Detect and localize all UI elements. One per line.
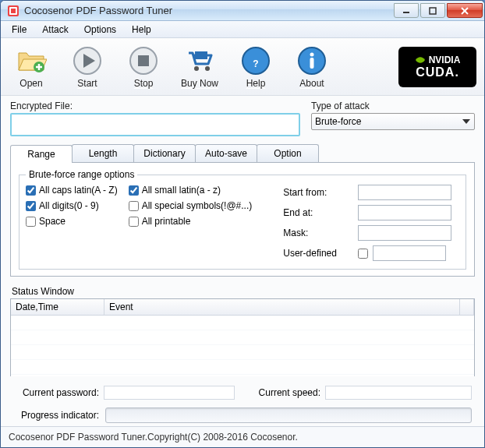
nvidia-text: NVIDIA <box>429 55 461 65</box>
current-password-value <box>104 386 235 400</box>
checkbox-all-special-input[interactable] <box>129 201 139 211</box>
checkbox-all-digits-input[interactable] <box>26 201 36 211</box>
progress-bar <box>105 407 472 423</box>
status-window-label: Status Window <box>10 286 475 297</box>
checkbox-all-small-label: All small latin(a - z) <box>142 185 221 196</box>
checkbox-all-caps[interactable]: All caps latin(A - Z) <box>26 185 118 196</box>
window-title: Cocosenor PDF Password Tuner <box>24 5 394 16</box>
stop-label: Stop <box>134 78 154 89</box>
menu-options[interactable]: Options <box>76 21 124 37</box>
attack-type-label: Type of attack <box>311 101 475 111</box>
help-icon: ? <box>240 45 271 76</box>
start-from-input[interactable] <box>358 185 451 200</box>
buy-now-button[interactable]: Buy Now <box>177 45 222 89</box>
checkbox-all-printable-label: All printable <box>142 216 191 227</box>
current-speed-value <box>325 386 472 400</box>
checkbox-all-special-label: All special symbols(!@#...) <box>142 200 253 211</box>
tab-option[interactable]: Option <box>257 144 319 162</box>
svg-point-15 <box>194 66 199 71</box>
cuda-text: CUDA. <box>416 65 459 79</box>
app-icon <box>7 5 19 17</box>
open-button[interactable]: Open <box>9 45 54 89</box>
bruteforce-fieldset: Brute-force range options All caps latin… <box>19 169 466 270</box>
help-label: Help <box>246 78 266 89</box>
svg-rect-4 <box>430 8 436 14</box>
current-password-label: Current password: <box>13 387 99 398</box>
tab-panel-range: Brute-force range options All caps latin… <box>10 162 475 277</box>
user-defined-checkbox[interactable] <box>358 249 368 259</box>
start-label: Start <box>77 78 97 89</box>
cuda-badge: NVIDIA CUDA. <box>398 47 476 87</box>
user-defined-label: User-defined <box>283 245 353 261</box>
about-label: About <box>299 78 324 89</box>
checkbox-space-label: Space <box>39 216 65 227</box>
svg-point-16 <box>205 66 210 71</box>
folder-open-icon <box>16 45 47 76</box>
close-button[interactable] <box>447 3 483 18</box>
cart-icon <box>184 45 215 76</box>
encrypted-file-input[interactable] <box>10 113 300 136</box>
column-spacer <box>460 299 474 315</box>
tab-dictionary[interactable]: Dictionary <box>133 144 196 162</box>
stop-button[interactable]: Stop <box>121 45 166 89</box>
footer-text: Cocosenor PDF Password Tuner.Copyright(C… <box>1 426 484 447</box>
checkbox-space-input[interactable] <box>26 217 36 227</box>
checkbox-all-special[interactable]: All special symbols(!@#...) <box>129 200 253 211</box>
user-defined-input[interactable] <box>373 245 446 261</box>
tab-length[interactable]: Length <box>72 144 134 162</box>
info-icon <box>296 45 327 76</box>
toolbar: Open Start Stop Buy Now ? Help About NVI… <box>1 38 484 96</box>
svg-rect-21 <box>310 58 314 69</box>
menu-help[interactable]: Help <box>124 21 159 37</box>
window-controls <box>394 3 483 18</box>
encrypted-file-label: Encrypted File: <box>10 101 300 111</box>
about-button[interactable]: About <box>289 45 335 89</box>
tab-autosave[interactable]: Auto-save <box>195 144 257 162</box>
svg-rect-13 <box>138 55 149 66</box>
checkbox-all-digits[interactable]: All digits(0 - 9) <box>26 200 118 211</box>
end-at-label: End at: <box>283 205 353 220</box>
mask-label: Mask: <box>283 225 353 241</box>
checkbox-all-caps-label: All caps latin(A - Z) <box>39 185 118 196</box>
checkbox-space[interactable]: Space <box>26 216 118 227</box>
play-icon <box>72 45 103 76</box>
stop-icon <box>128 45 159 76</box>
svg-line-6 <box>462 8 468 14</box>
status-grid-header: Date,Time Event <box>11 299 474 316</box>
checkbox-all-printable[interactable]: All printable <box>129 216 253 227</box>
start-button[interactable]: Start <box>65 45 110 89</box>
checkbox-all-caps-input[interactable] <box>26 185 36 196</box>
checkbox-all-printable-input[interactable] <box>129 217 139 227</box>
open-label: Open <box>19 78 42 89</box>
svg-marker-22 <box>462 119 470 124</box>
checkbox-all-small-input[interactable] <box>129 185 139 196</box>
menu-file[interactable]: File <box>4 21 34 37</box>
nvidia-eye-icon <box>415 55 426 65</box>
app-window: Cocosenor PDF Password Tuner File Attack… <box>0 0 485 448</box>
column-event[interactable]: Event <box>104 299 460 315</box>
progress-label: Progress indicator: <box>13 410 99 421</box>
end-at-input[interactable] <box>358 205 451 220</box>
tab-range[interactable]: Range <box>10 145 73 163</box>
chevron-down-icon <box>460 115 473 128</box>
buy-now-label: Buy Now <box>181 78 218 89</box>
status-grid-body[interactable] <box>11 316 474 376</box>
minimize-button[interactable] <box>394 3 419 18</box>
checkbox-all-small[interactable]: All small latin(a - z) <box>129 185 253 196</box>
maximize-button[interactable] <box>420 3 445 18</box>
titlebar: Cocosenor PDF Password Tuner <box>1 1 484 21</box>
help-button[interactable]: ? Help <box>233 45 278 89</box>
column-datetime[interactable]: Date,Time <box>11 299 104 315</box>
status-grid: Date,Time Event <box>10 298 475 376</box>
menu-attack[interactable]: Attack <box>34 21 76 37</box>
start-from-label: Start from: <box>283 185 353 200</box>
mask-input[interactable] <box>358 225 451 241</box>
svg-line-5 <box>462 8 468 14</box>
svg-rect-14 <box>195 51 207 59</box>
nvidia-logo: NVIDIA <box>415 55 461 65</box>
tab-strip: Range Length Dictionary Auto-save Option <box>10 144 475 162</box>
attack-type-select[interactable]: Brute-force <box>311 113 475 130</box>
svg-rect-2 <box>11 9 16 13</box>
svg-point-20 <box>310 52 314 56</box>
svg-text:?: ? <box>253 58 258 69</box>
